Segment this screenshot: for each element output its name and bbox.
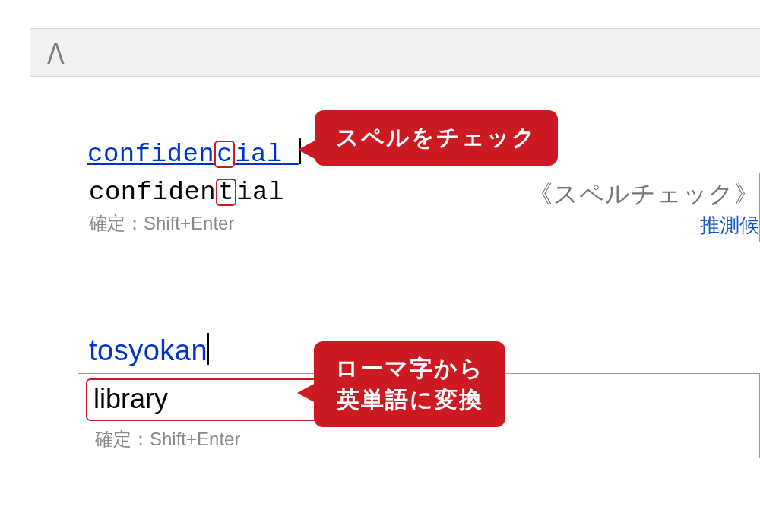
annotation-callout-1: スペルをチェック — [315, 110, 558, 166]
annotation-callout-2: ローマ字から 英単語に変換 — [314, 341, 505, 427]
confirm-hint: 確定：Shift+Enter — [78, 210, 759, 240]
candidate-text: library — [93, 383, 168, 414]
candidate-correction-char: t — [216, 179, 236, 206]
typed-text-before: confiden — [87, 140, 214, 169]
ime-composition-2[interactable]: tosyokan — [89, 333, 209, 367]
callout-tail — [297, 382, 317, 404]
callout-text: スペルをチェック — [336, 125, 537, 150]
candidate-text-before: confiden — [89, 178, 216, 207]
guess-candidates-link[interactable]: 推測候 — [700, 212, 759, 239]
typed-text-after: ial — [235, 140, 283, 169]
app-logo: Λ — [47, 36, 65, 71]
callout-text-line1: ローマ字から — [335, 356, 484, 381]
app-header-strip — [30, 28, 760, 77]
candidate-text-after: ial — [236, 178, 284, 207]
typed-error-char: c — [214, 141, 235, 168]
candidate-tag-spellcheck: 《スペルチェック》 — [528, 178, 759, 211]
confirm-hint: 確定：Shift+Enter — [78, 426, 759, 456]
typed-text-2: tosyokan — [89, 334, 207, 366]
callout-text-line2: 英単語に変換 — [337, 387, 483, 412]
ime-composition-1[interactable]: confidencial — [87, 138, 301, 169]
text-cursor — [207, 333, 209, 365]
callout-tail — [298, 139, 318, 160]
ime-candidate-dropdown-1[interactable]: confidential 《スペルチェック》 確定：Shift+Enter 推測… — [78, 173, 760, 242]
